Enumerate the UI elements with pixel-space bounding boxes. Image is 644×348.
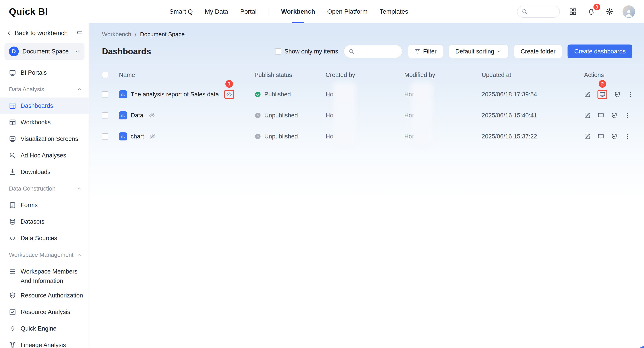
- filter-button[interactable]: Filter: [408, 44, 443, 58]
- sidebar-item-resource-analysis[interactable]: Resource Analysis: [0, 304, 89, 320]
- permission-shield-icon[interactable]: [611, 133, 618, 140]
- workspace-selector[interactable]: D Document Space: [4, 43, 84, 60]
- top-navbar: Quick BI Smart Q My Data Portal Workbenc…: [0, 0, 644, 23]
- back-to-workbench[interactable]: Back to workbench: [0, 23, 89, 43]
- section-data-analysis[interactable]: Data Analysis: [0, 81, 89, 98]
- portal-monitor-icon: [9, 69, 16, 76]
- created-by: Ho: [326, 133, 404, 140]
- sidebar-item-lineage-analysis[interactable]: Lineage Analysis: [0, 337, 89, 348]
- sorting-dropdown[interactable]: Default sorting: [448, 44, 508, 58]
- sidebar-item-workspace-members[interactable]: Workspace Members And Information: [0, 263, 89, 287]
- preview-monitor-icon[interactable]: [598, 133, 604, 140]
- notification-count-badge: 3: [594, 4, 600, 10]
- permission-shield-icon[interactable]: [611, 112, 618, 119]
- show-only-my-items[interactable]: Show only my items: [275, 48, 338, 55]
- section-data-construction[interactable]: Data Construction: [0, 180, 89, 197]
- show-only-checkbox[interactable]: [275, 48, 281, 54]
- create-folder-button[interactable]: Create folder: [514, 44, 562, 58]
- sidebar-item-datasets[interactable]: Datasets: [0, 213, 89, 230]
- more-actions-icon[interactable]: [624, 133, 631, 140]
- dashboard-name-link[interactable]: The analysis report of Sales data: [130, 91, 219, 98]
- chevron-up-icon: [77, 186, 82, 191]
- global-search-box[interactable]: [517, 6, 560, 18]
- toolbar: Show only my items Filter: [275, 44, 632, 58]
- create-dashboards-button[interactable]: Create dashboards: [568, 44, 632, 58]
- row-checkbox[interactable]: [102, 91, 108, 98]
- main-nav: Smart Q My Data Portal Workbench Open Pl…: [170, 0, 408, 23]
- sidebar-item-data-sources[interactable]: Data Sources: [0, 230, 89, 246]
- page-header: Dashboards Show only my items: [102, 44, 632, 58]
- quick-bi-app: Quick BI Smart Q My Data Portal Workbenc…: [0, 0, 644, 348]
- nav-item-templates[interactable]: Templates: [380, 0, 408, 23]
- global-search-input[interactable]: [530, 8, 556, 15]
- workbook-table-icon: [9, 119, 16, 126]
- edit-icon[interactable]: [584, 112, 591, 119]
- modified-by: Hor: [404, 133, 482, 140]
- shield-icon: [9, 292, 16, 299]
- more-actions-icon[interactable]: [628, 91, 634, 98]
- dashboard-name-link[interactable]: Data: [130, 112, 143, 119]
- status-text: Published: [264, 91, 291, 98]
- unpublished-clock-icon: [254, 133, 261, 140]
- nav-item-open-platform[interactable]: Open Platform: [327, 0, 368, 23]
- settings-gear-icon[interactable]: [604, 6, 615, 17]
- sidebar-item-dashboards[interactable]: Dashboards: [0, 98, 89, 114]
- list-search-input[interactable]: [357, 48, 398, 55]
- select-all-checkbox[interactable]: [102, 72, 108, 78]
- navbar-right: 3: [517, 5, 635, 18]
- updated-at: 2025/06/18 17:39:54: [482, 91, 584, 98]
- list-search-box[interactable]: [344, 45, 402, 58]
- search-icon: [348, 48, 355, 54]
- row-checkbox[interactable]: [102, 112, 108, 118]
- sidebar: Back to workbench D Document Space BI Po…: [0, 23, 90, 348]
- nav-item-my-data[interactable]: My Data: [205, 0, 228, 23]
- section-workspace-management[interactable]: Workspace Management: [0, 246, 89, 263]
- visibility-eye-off-icon[interactable]: [149, 133, 156, 140]
- form-clipboard-icon: [9, 202, 16, 209]
- more-actions-icon[interactable]: [624, 112, 631, 119]
- sidebar-item-resource-authorization[interactable]: Resource Authorization: [0, 287, 89, 304]
- apps-grid-icon[interactable]: [568, 6, 578, 17]
- col-actions: Actions: [584, 72, 632, 78]
- dashboard-icon: [9, 102, 16, 109]
- sidebar-item-forms[interactable]: Forms: [0, 197, 89, 213]
- annotation-badge-2: 2: [598, 80, 606, 88]
- quick-engine-icon: [9, 325, 16, 332]
- dashboard-name-link[interactable]: chart: [130, 133, 144, 140]
- sidebar-item-visualization-screens[interactable]: Visualization Screens: [0, 130, 89, 147]
- edit-icon[interactable]: [584, 91, 591, 98]
- visibility-eye-off-icon[interactable]: [149, 112, 155, 118]
- edit-icon[interactable]: [584, 133, 591, 140]
- nav-item-workbench[interactable]: Workbench: [281, 0, 315, 23]
- floating-assistant-button[interactable]: [638, 346, 644, 348]
- col-created-by: Created by: [326, 72, 404, 78]
- page-title: Dashboards: [102, 47, 151, 56]
- table-row: Data Unpublished Ho Hor 2025/06/16 15:40…: [102, 105, 632, 126]
- preview-monitor-icon[interactable]: 2: [598, 90, 607, 99]
- table-row: chart Unpublished Ho Hor 2025/06/16 15:3…: [102, 126, 632, 147]
- nav-item-portal[interactable]: Portal: [240, 0, 256, 23]
- sidebar-item-ad-hoc-analyses[interactable]: Ad Hoc Analyses: [0, 147, 89, 164]
- col-updated-at: Updated at: [482, 72, 584, 78]
- sidebar-item-workbooks[interactable]: Workbooks: [0, 114, 89, 130]
- notifications-bell-icon[interactable]: 3: [586, 6, 596, 17]
- user-avatar[interactable]: [622, 5, 635, 18]
- visualization-screen-icon: [9, 135, 16, 142]
- collapse-sidebar-icon[interactable]: [76, 30, 83, 36]
- preview-monitor-icon[interactable]: [598, 112, 604, 119]
- workspace-name: Document Space: [22, 48, 71, 55]
- dashboards-table: Name Publish status Created by Modified …: [102, 66, 632, 147]
- nav-item-smart-q[interactable]: Smart Q: [170, 0, 193, 23]
- visibility-eye-icon[interactable]: 1: [224, 90, 234, 99]
- search-icon: [522, 8, 528, 15]
- published-check-icon: [254, 91, 261, 98]
- permission-shield-icon[interactable]: [614, 91, 621, 98]
- sidebar-item-downloads[interactable]: Downloads: [0, 164, 89, 180]
- breadcrumb-workbench[interactable]: Workbench: [102, 31, 131, 38]
- row-checkbox[interactable]: [102, 133, 108, 140]
- filter-funnel-icon: [414, 48, 420, 54]
- table-header-row: Name Publish status Created by Modified …: [102, 66, 632, 84]
- sidebar-item-quick-engine[interactable]: Quick Engine: [0, 320, 89, 337]
- workspace-avatar: D: [9, 46, 19, 56]
- sidebar-item-bi-portals[interactable]: BI Portals: [0, 64, 89, 81]
